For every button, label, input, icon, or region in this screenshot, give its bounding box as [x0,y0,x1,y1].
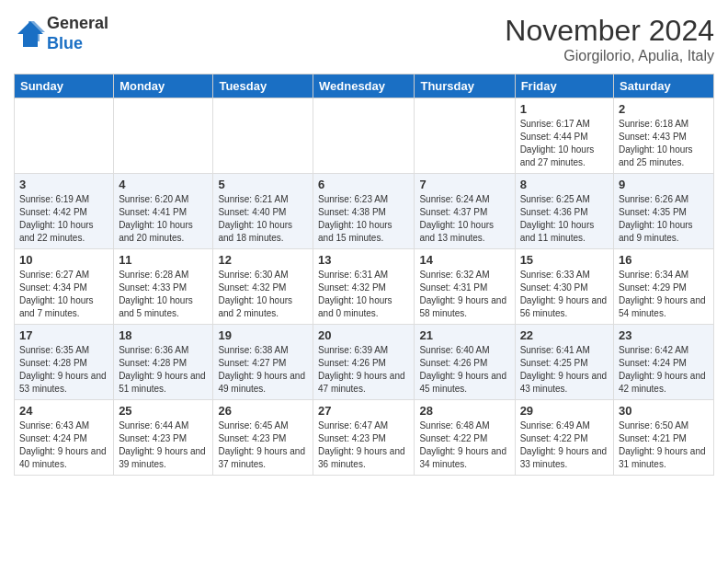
calendar-body: 1Sunrise: 6:17 AMSunset: 4:44 PMDaylight… [15,98,714,476]
cell-w5-d1: 24Sunrise: 6:43 AMSunset: 4:24 PMDayligh… [15,400,114,476]
day-number-17: 17 [19,328,108,342]
calendar: Sunday Monday Tuesday Wednesday Thursday… [14,74,714,476]
day-info-17: Sunrise: 6:35 AMSunset: 4:28 PMDaylight:… [19,344,108,396]
day-number-5: 5 [218,178,308,191]
day-info-8: Sunrise: 6:25 AMSunset: 4:36 PMDaylight:… [520,193,609,245]
cell-w2-d1: 3Sunrise: 6:19 AMSunset: 4:42 PMDaylight… [15,174,114,249]
cell-w4-d7: 23Sunrise: 6:42 AMSunset: 4:24 PMDayligh… [614,325,714,400]
day-number-30: 30 [619,404,709,418]
week-row-1: 1Sunrise: 6:17 AMSunset: 4:44 PMDaylight… [15,98,714,174]
logo-blue: Blue [47,34,83,52]
cell-w1-d5 [415,98,515,174]
cell-w3-d6: 15Sunrise: 6:33 AMSunset: 4:30 PMDayligh… [515,249,613,325]
col-saturday: Saturday [614,75,714,98]
day-number-13: 13 [318,253,409,267]
cell-w4-d5: 21Sunrise: 6:40 AMSunset: 4:26 PMDayligh… [415,325,515,400]
day-info-19: Sunrise: 6:38 AMSunset: 4:27 PMDaylight:… [218,344,308,396]
day-number-23: 23 [619,328,709,342]
cell-w4-d1: 17Sunrise: 6:35 AMSunset: 4:28 PMDayligh… [15,325,114,400]
cell-w5-d6: 29Sunrise: 6:49 AMSunset: 4:22 PMDayligh… [515,400,613,476]
week-row-5: 24Sunrise: 6:43 AMSunset: 4:24 PMDayligh… [15,400,714,476]
col-friday: Friday [515,75,613,98]
cell-w4-d4: 20Sunrise: 6:39 AMSunset: 4:26 PMDayligh… [313,325,415,400]
day-info-22: Sunrise: 6:41 AMSunset: 4:25 PMDaylight:… [520,344,609,396]
logo-text: General Blue [47,14,108,53]
month-title: November 2024 [505,14,714,48]
day-number-26: 26 [218,404,308,418]
col-wednesday: Wednesday [313,75,415,98]
header-row: Sunday Monday Tuesday Wednesday Thursday… [15,75,714,98]
cell-w1-d7: 2Sunrise: 6:18 AMSunset: 4:43 PMDaylight… [614,98,714,174]
day-info-23: Sunrise: 6:42 AMSunset: 4:24 PMDaylight:… [619,344,709,396]
day-number-29: 29 [520,404,609,418]
day-number-18: 18 [119,328,208,342]
day-number-25: 25 [119,404,208,418]
day-number-2: 2 [619,102,709,116]
cell-w4-d2: 18Sunrise: 6:36 AMSunset: 4:28 PMDayligh… [114,325,213,400]
day-info-15: Sunrise: 6:33 AMSunset: 4:30 PMDaylight:… [520,269,609,320]
cell-w2-d4: 6Sunrise: 6:23 AMSunset: 4:38 PMDaylight… [313,174,415,249]
day-info-11: Sunrise: 6:28 AMSunset: 4:33 PMDaylight:… [119,269,208,320]
day-number-22: 22 [520,328,609,342]
cell-w2-d2: 4Sunrise: 6:20 AMSunset: 4:41 PMDaylight… [114,174,213,249]
day-number-27: 27 [318,404,409,418]
day-number-14: 14 [419,253,509,267]
cell-w2-d6: 8Sunrise: 6:25 AMSunset: 4:36 PMDaylight… [515,174,613,249]
calendar-header: Sunday Monday Tuesday Wednesday Thursday… [15,75,714,98]
cell-w5-d4: 27Sunrise: 6:47 AMSunset: 4:23 PMDayligh… [313,400,415,476]
logo-general: General [47,14,108,32]
cell-w1-d6: 1Sunrise: 6:17 AMSunset: 4:44 PMDaylight… [515,98,613,174]
cell-w2-d7: 9Sunrise: 6:26 AMSunset: 4:35 PMDaylight… [614,174,714,249]
cell-w3-d7: 16Sunrise: 6:34 AMSunset: 4:29 PMDayligh… [614,249,714,325]
cell-w1-d2 [114,98,213,174]
cell-w3-d1: 10Sunrise: 6:27 AMSunset: 4:34 PMDayligh… [15,249,114,325]
day-info-7: Sunrise: 6:24 AMSunset: 4:37 PMDaylight:… [419,193,509,245]
day-number-10: 10 [19,253,108,267]
day-info-10: Sunrise: 6:27 AMSunset: 4:34 PMDaylight:… [19,269,108,320]
day-info-13: Sunrise: 6:31 AMSunset: 4:32 PMDaylight:… [318,269,409,320]
day-info-28: Sunrise: 6:48 AMSunset: 4:22 PMDaylight:… [419,419,509,471]
day-number-3: 3 [19,178,108,191]
day-info-9: Sunrise: 6:26 AMSunset: 4:35 PMDaylight:… [619,193,709,245]
day-info-12: Sunrise: 6:30 AMSunset: 4:32 PMDaylight:… [218,269,308,320]
cell-w1-d3 [213,98,313,174]
title-block: November 2024 Giorgilorio, Apulia, Italy [505,14,714,64]
cell-w2-d3: 5Sunrise: 6:21 AMSunset: 4:40 PMDaylight… [213,174,313,249]
cell-w1-d1 [15,98,114,174]
week-row-4: 17Sunrise: 6:35 AMSunset: 4:28 PMDayligh… [15,325,714,400]
day-info-20: Sunrise: 6:39 AMSunset: 4:26 PMDaylight:… [318,344,409,396]
cell-w4-d3: 19Sunrise: 6:38 AMSunset: 4:27 PMDayligh… [213,325,313,400]
day-number-16: 16 [619,253,709,267]
day-info-4: Sunrise: 6:20 AMSunset: 4:41 PMDaylight:… [119,193,208,245]
day-number-19: 19 [218,328,308,342]
day-info-14: Sunrise: 6:32 AMSunset: 4:31 PMDaylight:… [419,269,509,320]
day-number-8: 8 [520,178,609,191]
cell-w2-d5: 7Sunrise: 6:24 AMSunset: 4:37 PMDaylight… [415,174,515,249]
day-number-1: 1 [520,102,609,116]
week-row-2: 3Sunrise: 6:19 AMSunset: 4:42 PMDaylight… [15,174,714,249]
cell-w5-d5: 28Sunrise: 6:48 AMSunset: 4:22 PMDayligh… [415,400,515,476]
col-tuesday: Tuesday [213,75,313,98]
day-info-18: Sunrise: 6:36 AMSunset: 4:28 PMDaylight:… [119,344,208,396]
day-info-27: Sunrise: 6:47 AMSunset: 4:23 PMDaylight:… [318,419,409,471]
day-number-4: 4 [119,178,208,191]
day-info-2: Sunrise: 6:18 AMSunset: 4:43 PMDaylight:… [619,118,709,169]
day-info-5: Sunrise: 6:21 AMSunset: 4:40 PMDaylight:… [218,193,308,245]
logo-icon [14,17,47,51]
cell-w3-d5: 14Sunrise: 6:32 AMSunset: 4:31 PMDayligh… [415,249,515,325]
cell-w5-d3: 26Sunrise: 6:45 AMSunset: 4:23 PMDayligh… [213,400,313,476]
day-info-6: Sunrise: 6:23 AMSunset: 4:38 PMDaylight:… [318,193,409,245]
day-number-24: 24 [19,404,108,418]
day-number-12: 12 [218,253,308,267]
day-number-9: 9 [619,178,709,191]
cell-w3-d2: 11Sunrise: 6:28 AMSunset: 4:33 PMDayligh… [114,249,213,325]
day-number-15: 15 [520,253,609,267]
day-info-21: Sunrise: 6:40 AMSunset: 4:26 PMDaylight:… [419,344,509,396]
day-number-20: 20 [318,328,409,342]
cell-w5-d2: 25Sunrise: 6:44 AMSunset: 4:23 PMDayligh… [114,400,213,476]
day-info-24: Sunrise: 6:43 AMSunset: 4:24 PMDaylight:… [19,419,108,471]
cell-w1-d4 [313,98,415,174]
day-info-16: Sunrise: 6:34 AMSunset: 4:29 PMDaylight:… [619,269,709,320]
day-info-25: Sunrise: 6:44 AMSunset: 4:23 PMDaylight:… [119,419,208,471]
header: General Blue November 2024 Giorgilorio, … [14,14,714,64]
